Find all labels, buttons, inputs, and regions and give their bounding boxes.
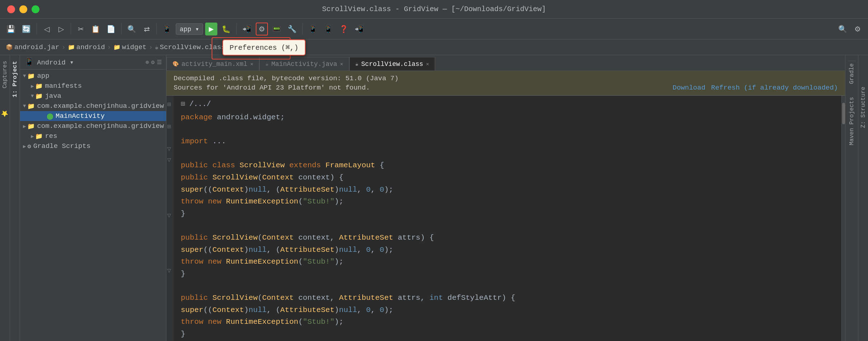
code-constructor-2-close: } [181,268,834,280]
tab-icon-scroll: ☕ [355,61,358,67]
tree-item-java[interactable]: ▼ 📁 java [20,91,166,101]
replace-button[interactable]: ⇄ [141,23,153,35]
fold-empty-4 [167,177,174,188]
sdk-btn1[interactable]: 📱 [306,23,320,35]
redo-button[interactable]: ▷ [55,23,67,35]
panel-icon-1[interactable]: ⊕ [146,59,149,66]
tree-label-package1: com.example.chenjinhua.gridview [37,102,164,110]
tab-activity-main[interactable]: 🎨 activity_main.xml ✕ [166,57,259,71]
tree-label-package2: com.example.chenjinhua.gridview (a [37,122,166,130]
breadcrumb-item-2[interactable]: 📁 android [68,43,105,51]
fold-empty-10 [167,254,174,265]
tree-label-java: java [45,92,61,100]
download-link[interactable]: Download [673,84,705,92]
search-button[interactable]: 🔍 [836,23,849,35]
fold-empty-9 [167,243,174,254]
project-panel-tab[interactable]: 1: Project [11,58,19,100]
tree-item-package1[interactable]: ▼ 📁 com.example.chenjinhua.gridview [20,101,166,111]
arrow-gradle: ▶ [23,143,26,149]
breadcrumb-item-1[interactable]: 📦 android.jar [6,43,59,51]
tab-close-main[interactable]: ✕ [340,61,343,67]
sync-button[interactable]: 🔄 [20,23,33,35]
tree-item-manifests[interactable]: ▶ 📁 manifests [20,81,166,91]
code-constructor-3-decl: public ScrollView(Context context, Attri… [181,292,834,304]
tree-item-app[interactable]: ▼ 📁 app [20,71,166,81]
settings-button[interactable]: ⚙ [852,23,864,35]
avd-btn3[interactable]: 📟 [270,23,283,35]
code-constructor-2-decl: public ScrollView(Context context, Attri… [181,232,834,244]
tab-scrollview[interactable]: ☕ ScrollView.class ✕ [349,57,435,71]
captures-tab[interactable]: Captures [2,61,8,88]
separator-5 [236,23,237,35]
notification-text-1: Decompiled .class file, bytecode version… [174,75,398,82]
android-debug-btn1[interactable]: 📱 [160,23,174,35]
project-panel: 📱 Android ▾ ⊕ ⚙ ☰ ▼ 📁 app ▶ [20,55,166,341]
panel-icon-3[interactable]: ☰ [157,59,162,66]
fold-gutter: ⊞ ⊞ ▽ ▽ ▽ ▽ [166,96,174,341]
vertical-scrollbar[interactable] [841,96,845,341]
avd-btn4[interactable]: 🔧 [286,23,299,35]
tab-mainactivity[interactable]: ☕ MainActivity.java ✕ [259,57,349,71]
undo-button[interactable]: ◁ [41,23,53,35]
breadcrumb-item-4[interactable]: ☕ ScrollView.class [155,43,225,51]
fold-empty-12 [167,288,174,299]
fold-empty-5 [167,188,174,199]
refresh-link[interactable]: Refresh (if already downloaded) [711,84,838,92]
panel-header: 📱 Android ▾ ⊕ ⚙ ☰ [20,55,166,69]
left-panel-tabs: Captures ⭐ [0,55,10,341]
code-constructor-2-super: super((Context)null, (AttributeSet)null,… [181,244,834,256]
paste-button[interactable]: 📄 [104,23,118,35]
scrollbar-thumb[interactable] [842,103,845,124]
favorites-tab[interactable]: ⭐ [1,110,8,117]
tab-label-activity: activity_main.xml [181,61,247,68]
run-button[interactable]: ▶ [205,23,217,35]
code-class-decl: public class ScrollView extends FrameLay… [181,159,834,172]
folder-icon-res: 📁 [35,133,43,140]
save-all-button[interactable]: 💾 [4,23,18,35]
code-content[interactable]: ⊞ /.../ package android.widget; import .… [174,96,841,341]
device-btn[interactable]: 📲 [353,23,366,35]
maximize-button[interactable] [32,5,39,13]
structure-panel-tab: Z: Structure [858,55,868,341]
minimize-button[interactable] [19,5,27,13]
breadcrumb-sep-1: › [61,43,65,51]
tab-close-scroll[interactable]: ✕ [426,61,429,67]
sdk-btn2[interactable]: 📱 [322,23,335,35]
avd-btn2[interactable]: ⚙ [256,23,268,35]
fold-4: ▽ [167,155,174,166]
project-section: 1: Project 📱 Android ▾ ⊕ ⚙ ☰ ▼ 📁 app [10,55,166,341]
find-button[interactable]: 🔍 [125,23,138,35]
panel-icon-2[interactable]: ⚙ [151,59,155,66]
separator-2 [71,23,71,35]
cut-button[interactable]: ✂ [75,23,87,35]
avd-btn1[interactable]: 📲 [240,23,254,35]
breadcrumb-sep-3: › [148,43,152,51]
notification-line-2: Sources for 'Android API 23 Platform' no… [174,84,838,92]
close-button[interactable] [7,5,15,13]
code-import-line: import ... [181,135,834,148]
tree-label-app: app [37,72,49,80]
fold-path-indicator: ⊞ /.../ [181,99,834,110]
app-dropdown[interactable]: app ▾ [176,23,203,35]
help-btn[interactable]: ❓ [337,23,350,35]
copy-button[interactable]: 📋 [89,23,102,35]
main-layout: Captures ⭐ 1: Project 📱 Android ▾ ⊕ ⚙ ☰ … [0,55,868,341]
gradle-tab[interactable]: Gradle [848,61,856,86]
tab-close-activity[interactable]: ✕ [250,61,253,67]
gradle-icon: ⚙ [27,143,31,150]
code-editor: ⊞ ⊞ ▽ ▽ ▽ ▽ ⊞ [166,96,845,341]
structure-tab[interactable]: Z: Structure [859,84,867,131]
folder-icon-package2: 📁 [27,123,35,130]
maven-tab[interactable]: Maven Projects [848,95,856,147]
app-dropdown-label: app ▾ [180,25,199,33]
project-side-label: 1: Project [10,55,20,341]
notification-text-2: Sources for 'Android API 23 Platform' no… [174,84,370,92]
code-package-line: package android.widget; [181,111,834,124]
tree-item-package2[interactable]: ▶ 📁 com.example.chenjinhua.gridview (a [20,121,166,131]
tree-item-gradle[interactable]: ▶ ⚙ Gradle Scripts [20,141,166,151]
tree-item-res[interactable]: ▶ 📁 res [20,131,166,141]
code-constructor-2-throw: throw new RuntimeException("Stub!"); [181,256,834,268]
breadcrumb-item-3[interactable]: 📁 widget [113,43,146,51]
debug-button[interactable]: 🐛 [220,23,233,35]
tree-item-mainactivity[interactable]: ⬤ MainActivity [20,111,166,121]
